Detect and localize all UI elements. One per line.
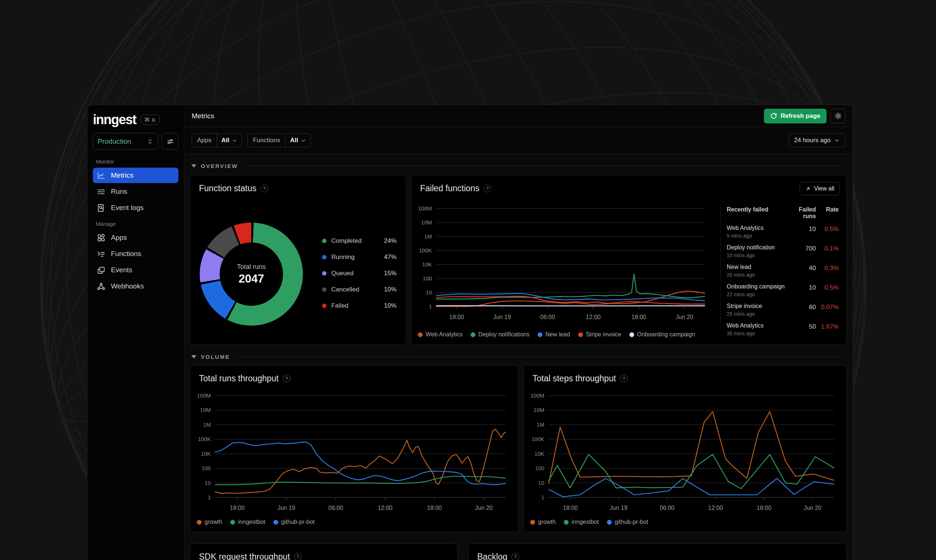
y-axis-label: 1 — [429, 303, 432, 309]
y-axis-label: 100M — [418, 205, 432, 211]
legend-item: inngestbot — [230, 519, 265, 525]
time-range-select[interactable]: 24 hours ago — [788, 133, 845, 148]
function-name: Deploy notification — [727, 244, 787, 251]
x-axis-label: 06:00 — [328, 505, 343, 511]
failed-runs-count: 700 — [787, 245, 816, 252]
sidebar-item-functions[interactable]: Functions — [93, 246, 179, 262]
legend-item: New lead — [538, 331, 570, 338]
failed-functions-chart-legend: Web AnalyticsDeploy notificationsNew lea… — [418, 331, 695, 338]
x-axis-label: Jun 20 — [475, 505, 493, 511]
view-all-button[interactable]: View all — [800, 182, 840, 195]
function-name: Web Analytics — [727, 322, 787, 329]
sidebar-item-apps[interactable]: Apps — [93, 230, 179, 245]
content-area: OVERVIEW Function status ? Total runs 20… — [184, 154, 853, 560]
failed-function-row[interactable]: Web Analytics35 mins ago501.67% — [727, 322, 839, 342]
sidebar-item-event-logs[interactable]: Event logs — [93, 200, 179, 215]
time-range-value: 24 hours ago — [794, 137, 831, 144]
y-axis-label: 10 — [205, 480, 211, 486]
help-icon[interactable]: ? — [283, 375, 290, 382]
refresh-page-button[interactable]: Refresh page — [764, 109, 827, 123]
chevron-down-icon — [301, 138, 306, 143]
series-line — [549, 412, 834, 483]
y-axis-label: 100 — [423, 275, 432, 282]
y-axis-label: 10K — [201, 451, 211, 457]
refresh-page-label: Refresh page — [781, 112, 820, 120]
command-icon: ⌘ — [145, 117, 150, 123]
help-icon[interactable]: ? — [260, 185, 268, 192]
donut-center-value: 2047 — [239, 272, 264, 286]
x-axis-label: Jun 20 — [804, 505, 821, 511]
failed-function-row[interactable]: Stripe invoice25 mins ago600.07% — [727, 303, 839, 322]
status-percent: 47% — [384, 254, 397, 261]
failed-time: 35 mins ago — [727, 331, 787, 336]
status-label: Completed — [331, 237, 384, 245]
failed-function-row[interactable]: Deploy notification10 mins ago7000.1% — [727, 244, 839, 264]
section-divider — [234, 357, 845, 357]
functions-filter[interactable]: Functions All — [247, 133, 311, 148]
environment-filter-button[interactable] — [162, 133, 179, 149]
app-window: inngest ⌘ K Production Monitor Metrics — [87, 105, 853, 560]
sidebar-item-label: Events — [111, 266, 132, 274]
failure-rate: 0.3% — [816, 265, 839, 272]
apps-filter[interactable]: Apps All — [192, 133, 242, 148]
apps-filter-value: All — [222, 137, 229, 144]
legend-dot — [197, 520, 202, 525]
help-icon[interactable]: ? — [294, 553, 302, 560]
status-dot — [322, 288, 326, 292]
vertical-divider — [720, 206, 720, 329]
sidebar-item-label: Apps — [111, 234, 127, 242]
failed-time: 22 mins ago — [727, 291, 787, 297]
status-label: Queued — [331, 270, 384, 277]
series-line — [436, 274, 705, 299]
help-icon[interactable]: ? — [483, 185, 491, 192]
failed-function-row[interactable]: Onboarding campaign22 mins ago100.5% — [727, 283, 839, 303]
functions-filter-value: All — [290, 137, 298, 144]
overview-section-title: OVERVIEW — [201, 163, 238, 169]
main-area: Metrics Refresh page Apps All — [184, 105, 853, 560]
chevron-down-icon — [834, 137, 840, 143]
command-k-shortcut[interactable]: ⌘ K — [141, 115, 160, 125]
sidebar-item-label: Webhooks — [111, 282, 144, 290]
y-axis-label: 10M — [421, 219, 432, 226]
sidebar-item-webhooks[interactable]: Webhooks — [93, 278, 179, 294]
nav-section-monitor: Monitor — [96, 158, 179, 165]
failed-function-row[interactable]: New lead20 mins ago400.3% — [727, 264, 839, 283]
x-axis-label: 12:00 — [378, 505, 393, 511]
sdk-request-throughput-card: SDK request throughput ? — [190, 543, 458, 560]
topbar: Metrics Refresh page — [184, 105, 853, 127]
status-percent: 24% — [384, 237, 397, 245]
sidebar-item-label: Metrics — [111, 171, 133, 179]
environment-select[interactable]: Production — [93, 133, 159, 149]
sidebar-item-label: Runs — [111, 188, 127, 195]
help-icon[interactable]: ? — [620, 375, 628, 382]
help-icon[interactable]: ? — [511, 553, 519, 560]
function-status-donut: Total runs 2047 — [200, 223, 303, 326]
x-axis-label: 18:00 — [427, 505, 442, 511]
series-line — [215, 476, 506, 485]
status-dot — [322, 303, 326, 308]
failed-time: 25 mins ago — [727, 311, 787, 317]
x-axis-label: Jun 19 — [610, 505, 628, 511]
event-logs-icon — [97, 203, 106, 212]
section-divider — [242, 166, 845, 166]
sidebar-item-metrics[interactable]: Metrics — [93, 168, 179, 183]
failed-function-row[interactable]: Web Analytics5 mins ago100.5% — [727, 225, 839, 244]
status-dot — [322, 239, 326, 243]
status-legend-item: Running47% — [322, 249, 397, 265]
failed-time: 5 mins ago — [727, 233, 787, 239]
environment-value: Production — [98, 137, 131, 146]
total-runs-throughput-chart: 100M10M1M100K10K10010118:00Jun 1906:0012… — [192, 391, 511, 519]
sidebar-item-events[interactable]: Events — [93, 262, 179, 278]
select-chevrons-icon — [146, 138, 154, 145]
legend-dot — [578, 332, 583, 337]
collapse-caret-icon[interactable] — [191, 164, 196, 168]
y-axis-label: 1 — [541, 494, 544, 500]
settings-button[interactable] — [831, 109, 845, 123]
legend-item: inngestbot — [564, 519, 599, 525]
total-runs-throughput-card: Total runs throughput ? 100M10M1M100K10K… — [190, 365, 519, 532]
sidebar-item-runs[interactable]: Runs — [93, 184, 179, 199]
x-axis-label: Jun 20 — [676, 314, 693, 320]
failed-runs-count: 40 — [787, 265, 816, 272]
x-axis-label: Jun 19 — [277, 505, 295, 511]
collapse-caret-icon[interactable] — [191, 355, 196, 358]
